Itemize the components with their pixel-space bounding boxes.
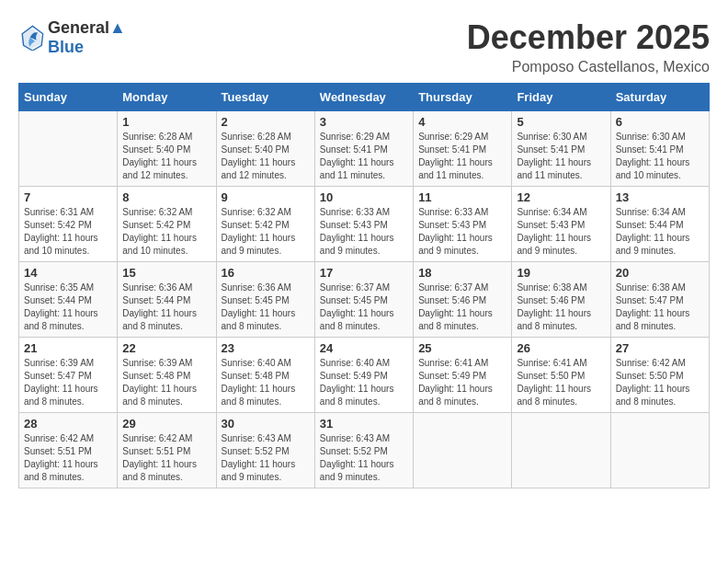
calendar-table: SundayMondayTuesdayWednesdayThursdayFrid… [18, 83, 710, 488]
day-number: 10 [320, 190, 408, 204]
cell-info: Sunrise: 6:30 AMSunset: 5:41 PMDaylight:… [616, 131, 704, 182]
cell-info: Sunrise: 6:37 AMSunset: 5:45 PMDaylight:… [320, 282, 408, 333]
location: Pomposo Castellanos, Mexico [467, 59, 710, 75]
calendar-cell [512, 413, 610, 488]
day-number: 15 [122, 266, 210, 280]
day-number: 13 [616, 190, 704, 204]
calendar-cell: 4Sunrise: 6:29 AMSunset: 5:41 PMDaylight… [414, 111, 512, 187]
day-number: 4 [418, 115, 506, 129]
day-number: 26 [517, 341, 605, 355]
day-number: 18 [418, 266, 506, 280]
calendar-week-1: 1Sunrise: 6:28 AMSunset: 5:40 PMDaylight… [19, 111, 710, 187]
day-number: 5 [517, 115, 605, 129]
calendar-cell: 15Sunrise: 6:36 AMSunset: 5:44 PMDayligh… [118, 262, 216, 338]
calendar-cell: 17Sunrise: 6:37 AMSunset: 5:45 PMDayligh… [314, 262, 413, 338]
calendar-cell: 30Sunrise: 6:43 AMSunset: 5:52 PMDayligh… [216, 413, 314, 488]
day-number: 9 [222, 190, 310, 204]
day-number: 2 [222, 115, 310, 129]
day-number: 21 [24, 341, 112, 355]
day-number: 1 [122, 115, 210, 129]
cell-info: Sunrise: 6:34 AMSunset: 5:43 PMDaylight:… [517, 206, 605, 258]
cell-info: Sunrise: 6:42 AMSunset: 5:50 PMDaylight:… [616, 357, 704, 408]
calendar-cell: 13Sunrise: 6:34 AMSunset: 5:44 PMDayligh… [610, 187, 709, 262]
day-number: 22 [122, 341, 210, 355]
calendar-cell: 14Sunrise: 6:35 AMSunset: 5:44 PMDayligh… [19, 262, 118, 338]
cell-info: Sunrise: 6:40 AMSunset: 5:49 PMDaylight:… [320, 357, 408, 408]
calendar-cell: 10Sunrise: 6:33 AMSunset: 5:43 PMDayligh… [314, 187, 413, 262]
calendar-cell: 26Sunrise: 6:41 AMSunset: 5:50 PMDayligh… [512, 338, 610, 413]
logo: General▲ Blue [18, 18, 126, 57]
calendar-cell: 23Sunrise: 6:40 AMSunset: 5:48 PMDayligh… [216, 338, 314, 413]
logo-icon [18, 25, 44, 51]
day-number: 23 [222, 341, 310, 355]
cell-info: Sunrise: 6:38 AMSunset: 5:46 PMDaylight:… [517, 282, 605, 333]
calendar-cell [19, 111, 118, 187]
cell-info: Sunrise: 6:36 AMSunset: 5:44 PMDaylight:… [122, 282, 210, 333]
cell-info: Sunrise: 6:39 AMSunset: 5:48 PMDaylight:… [122, 357, 210, 408]
cell-info: Sunrise: 6:35 AMSunset: 5:44 PMDaylight:… [24, 282, 112, 333]
calendar-cell: 16Sunrise: 6:36 AMSunset: 5:45 PMDayligh… [216, 262, 314, 338]
day-number: 7 [24, 190, 112, 204]
day-number: 14 [24, 266, 112, 280]
day-number: 20 [616, 266, 704, 280]
cell-info: Sunrise: 6:41 AMSunset: 5:50 PMDaylight:… [517, 357, 605, 408]
header-monday: Monday [118, 84, 216, 111]
calendar-cell: 18Sunrise: 6:37 AMSunset: 5:46 PMDayligh… [414, 262, 512, 338]
calendar-week-2: 7Sunrise: 6:31 AMSunset: 5:42 PMDaylight… [19, 187, 710, 262]
cell-info: Sunrise: 6:39 AMSunset: 5:47 PMDaylight:… [24, 357, 112, 408]
calendar-cell: 12Sunrise: 6:34 AMSunset: 5:43 PMDayligh… [512, 187, 610, 262]
header-friday: Friday [512, 84, 610, 111]
calendar-cell: 3Sunrise: 6:29 AMSunset: 5:41 PMDaylight… [314, 111, 413, 187]
calendar-week-5: 28Sunrise: 6:42 AMSunset: 5:51 PMDayligh… [19, 413, 710, 488]
cell-info: Sunrise: 6:34 AMSunset: 5:44 PMDaylight:… [616, 206, 704, 258]
header-saturday: Saturday [610, 84, 709, 111]
cell-info: Sunrise: 6:36 AMSunset: 5:45 PMDaylight:… [222, 282, 310, 333]
day-number: 19 [517, 266, 605, 280]
cell-info: Sunrise: 6:28 AMSunset: 5:40 PMDaylight:… [122, 131, 210, 182]
day-number: 25 [418, 341, 506, 355]
header-sunday: Sunday [19, 84, 118, 111]
calendar-cell: 5Sunrise: 6:30 AMSunset: 5:41 PMDaylight… [512, 111, 610, 187]
logo-text: General▲ Blue [48, 18, 126, 57]
cell-info: Sunrise: 6:32 AMSunset: 5:42 PMDaylight:… [222, 206, 310, 258]
calendar-cell [414, 413, 512, 488]
cell-info: Sunrise: 6:30 AMSunset: 5:41 PMDaylight:… [517, 131, 605, 182]
cell-info: Sunrise: 6:32 AMSunset: 5:42 PMDaylight:… [122, 206, 210, 258]
cell-info: Sunrise: 6:43 AMSunset: 5:52 PMDaylight:… [320, 432, 408, 484]
day-number: 24 [320, 341, 408, 355]
cell-info: Sunrise: 6:40 AMSunset: 5:48 PMDaylight:… [222, 357, 310, 408]
cell-info: Sunrise: 6:38 AMSunset: 5:47 PMDaylight:… [616, 282, 704, 333]
calendar-cell: 28Sunrise: 6:42 AMSunset: 5:51 PMDayligh… [19, 413, 118, 488]
day-number: 16 [222, 266, 310, 280]
calendar-cell: 21Sunrise: 6:39 AMSunset: 5:47 PMDayligh… [19, 338, 118, 413]
day-number: 28 [24, 417, 112, 431]
day-number: 30 [222, 417, 310, 431]
page-header: General▲ Blue December 2025 Pomposo Cast… [18, 18, 710, 75]
header-wednesday: Wednesday [314, 84, 413, 111]
day-number: 12 [517, 190, 605, 204]
cell-info: Sunrise: 6:42 AMSunset: 5:51 PMDaylight:… [24, 432, 112, 484]
calendar-cell [610, 413, 709, 488]
header-tuesday: Tuesday [216, 84, 314, 111]
cell-info: Sunrise: 6:31 AMSunset: 5:42 PMDaylight:… [24, 206, 112, 258]
calendar-cell: 9Sunrise: 6:32 AMSunset: 5:42 PMDaylight… [216, 187, 314, 262]
cell-info: Sunrise: 6:29 AMSunset: 5:41 PMDaylight:… [320, 131, 408, 182]
calendar-cell: 1Sunrise: 6:28 AMSunset: 5:40 PMDaylight… [118, 111, 216, 187]
calendar-cell: 27Sunrise: 6:42 AMSunset: 5:50 PMDayligh… [610, 338, 709, 413]
cell-info: Sunrise: 6:33 AMSunset: 5:43 PMDaylight:… [418, 206, 506, 258]
calendar-cell: 8Sunrise: 6:32 AMSunset: 5:42 PMDaylight… [118, 187, 216, 262]
cell-info: Sunrise: 6:33 AMSunset: 5:43 PMDaylight:… [320, 206, 408, 258]
day-number: 31 [320, 417, 408, 431]
calendar-week-3: 14Sunrise: 6:35 AMSunset: 5:44 PMDayligh… [19, 262, 710, 338]
day-number: 17 [320, 266, 408, 280]
calendar-cell: 24Sunrise: 6:40 AMSunset: 5:49 PMDayligh… [314, 338, 413, 413]
day-number: 11 [418, 190, 506, 204]
calendar-cell: 31Sunrise: 6:43 AMSunset: 5:52 PMDayligh… [314, 413, 413, 488]
calendar-cell: 19Sunrise: 6:38 AMSunset: 5:46 PMDayligh… [512, 262, 610, 338]
calendar-cell: 11Sunrise: 6:33 AMSunset: 5:43 PMDayligh… [414, 187, 512, 262]
calendar-week-4: 21Sunrise: 6:39 AMSunset: 5:47 PMDayligh… [19, 338, 710, 413]
cell-info: Sunrise: 6:29 AMSunset: 5:41 PMDaylight:… [418, 131, 506, 182]
cell-info: Sunrise: 6:28 AMSunset: 5:40 PMDaylight:… [222, 131, 310, 182]
calendar-cell: 6Sunrise: 6:30 AMSunset: 5:41 PMDaylight… [610, 111, 709, 187]
day-number: 8 [122, 190, 210, 204]
